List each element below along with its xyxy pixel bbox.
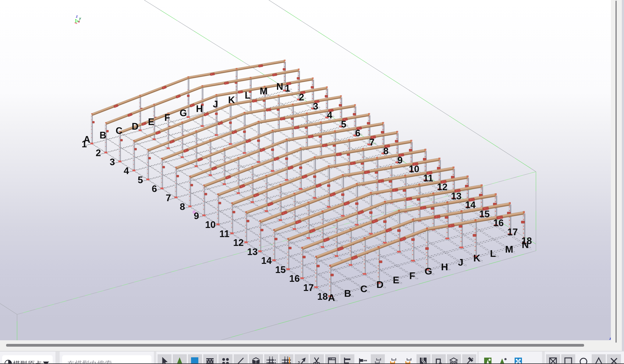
svg-text:z: z (76, 14, 78, 19)
svg-text:17: 17 (507, 227, 518, 237)
svg-text:3: 3 (110, 157, 115, 167)
svg-text:9: 9 (194, 211, 199, 221)
svg-text:8: 8 (383, 146, 388, 156)
svg-text:M: M (505, 244, 513, 255)
svg-text:5: 5 (138, 175, 143, 185)
svg-text:5: 5 (341, 119, 346, 130)
svg-text:4: 4 (124, 166, 129, 176)
svg-text:18: 18 (317, 291, 328, 302)
svg-text:D: D (132, 121, 138, 132)
svg-text:B: B (100, 130, 106, 141)
svg-text:3: 3 (313, 101, 318, 112)
svg-text:L: L (490, 248, 496, 259)
svg-text:C: C (116, 125, 122, 136)
svg-text:N: N (276, 81, 283, 92)
svg-text:G: G (425, 266, 432, 277)
svg-text:10: 10 (409, 164, 419, 174)
svg-text:16: 16 (289, 273, 300, 284)
svg-text:J: J (458, 257, 463, 268)
svg-text:12: 12 (437, 182, 447, 192)
svg-text:6: 6 (355, 128, 360, 138)
svg-text:F: F (164, 112, 170, 123)
svg-text:14: 14 (465, 200, 476, 210)
svg-text:K: K (473, 253, 480, 264)
svg-text:K: K (228, 95, 235, 105)
svg-text:10: 10 (205, 219, 215, 230)
svg-text:2: 2 (96, 148, 101, 158)
svg-text:F: F (409, 270, 415, 281)
svg-text:6: 6 (152, 184, 157, 194)
svg-text:1: 1 (285, 83, 290, 94)
svg-text:H: H (196, 103, 203, 114)
svg-text:7: 7 (166, 193, 171, 203)
svg-text:E: E (393, 275, 399, 285)
svg-text:14: 14 (261, 255, 272, 266)
svg-text:15: 15 (479, 209, 490, 219)
svg-text:15: 15 (275, 264, 285, 275)
svg-text:M: M (260, 86, 268, 96)
svg-text:C: C (360, 283, 367, 294)
svg-text:13: 13 (451, 191, 461, 201)
svg-text:18: 18 (521, 236, 532, 246)
svg-text:11: 11 (423, 173, 433, 184)
svg-text:2: 2 (299, 92, 304, 103)
svg-text:17: 17 (303, 282, 314, 293)
svg-text:L: L (245, 90, 250, 101)
svg-text:13: 13 (247, 247, 257, 257)
svg-text:12: 12 (233, 237, 243, 248)
svg-text:A: A (328, 292, 335, 303)
svg-text:B: B (344, 288, 351, 299)
svg-text:G: G (180, 108, 187, 118)
svg-text:D: D (376, 279, 383, 290)
svg-text:11: 11 (219, 229, 229, 239)
svg-text:E: E (148, 117, 154, 127)
svg-text:H: H (441, 261, 448, 272)
svg-text:J: J (213, 99, 218, 110)
svg-text:4: 4 (327, 110, 332, 121)
svg-text:1: 1 (82, 139, 87, 149)
svg-text:8: 8 (180, 201, 185, 212)
svg-text:7: 7 (369, 137, 374, 148)
svg-text:9: 9 (397, 155, 402, 166)
svg-text:16: 16 (493, 218, 504, 228)
